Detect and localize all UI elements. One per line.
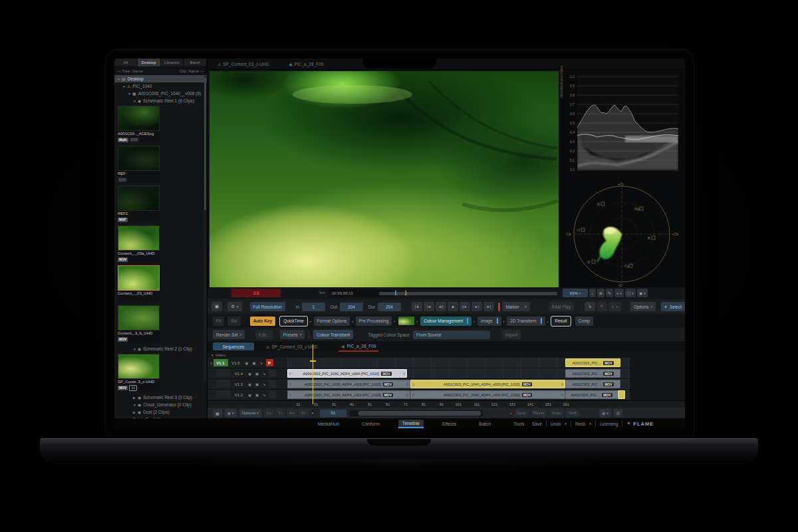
import-button[interactable]: Import	[502, 330, 521, 339]
render-sel-button[interactable]: Render Sel ▾	[213, 330, 245, 339]
timeline-gear-button[interactable]: ⚙ ▾	[599, 409, 611, 417]
tagged-colour-space-field[interactable]: From Source	[413, 331, 490, 339]
video-viewport[interactable]	[209, 71, 559, 287]
comp-view-button[interactable]: Comp	[575, 317, 593, 326]
module-tab[interactable]: Batch	[475, 420, 495, 428]
transport-button[interactable]: ◄||	[436, 302, 446, 311]
module-tab[interactable]: Conform	[358, 420, 384, 428]
module-tab[interactable]: Tools	[509, 420, 528, 428]
pre-processing-button[interactable]: Pre-Processing	[356, 317, 392, 326]
module-tab[interactable]: Effects	[438, 420, 460, 428]
mask-overlay-button[interactable]: ◉ ▾	[637, 289, 648, 297]
media-panel-tab[interactable]: Batch	[184, 59, 207, 66]
add-track-button[interactable]: V+	[264, 409, 275, 417]
scrollbar-thumb[interactable]	[204, 77, 206, 210]
viewer-scrubber[interactable]: [ ]	[379, 292, 557, 295]
timeline-clip[interactable]: 0 A001C003_PIC_1040_ADF4_v002 [PIC_1020]…	[410, 390, 565, 399]
module-tab[interactable]: MediaHub	[314, 420, 343, 428]
expand-arrow-icon[interactable]: ▼	[122, 84, 127, 88]
crosshair-overlay-button[interactable]: + ▾	[614, 289, 624, 297]
transport-button[interactable]: [◄	[412, 302, 422, 311]
clip-thumbnail-image[interactable]	[118, 305, 160, 331]
sel-button[interactable]: Sel	[227, 317, 240, 326]
clip-thumbnail-item[interactable]: REF2 MXF	[118, 186, 160, 223]
primary-track-badge[interactable]: P	[266, 359, 273, 366]
timeline-clip[interactable]: A001C003_PIC… MOV	[565, 358, 620, 367]
timeline-options-button[interactable]: Options ▾	[239, 409, 261, 417]
timeline-clip[interactable]: 0 A001C003_PIC_1030_ADF4_v002 [PIC_1010]…	[287, 390, 410, 399]
pan-view-button[interactable]: ⊕	[597, 289, 604, 297]
eye-icon[interactable]: ◉	[247, 382, 253, 386]
track-lane[interactable]: A001C003_PIC… MOV	[287, 358, 685, 368]
media-panel-tab[interactable]: All	[114, 59, 138, 66]
expand-arrow-icon[interactable]: ▼	[133, 403, 138, 407]
home-view-button[interactable]: ⌂	[589, 289, 596, 297]
timeline-clip[interactable]	[618, 390, 625, 399]
presets-button[interactable]: Presets ▾	[280, 330, 305, 339]
lock-icon[interactable]: ▣	[254, 393, 260, 397]
options-button[interactable]: Options ▾	[630, 302, 656, 311]
focus-version-slot[interactable]	[216, 391, 231, 398]
clip-sort-label[interactable]: Clip: Name —	[180, 69, 204, 73]
track-lane[interactable]: 0 A001C003_PIC_1030_ADF4_v002 [PIC_1010]…	[287, 390, 685, 400]
focus-version-slot[interactable]	[216, 370, 231, 377]
viewer-tab[interactable]: ◉ PIC_a_28_F09	[289, 62, 323, 66]
clip-thumbnail-item[interactable]: SP_Conte..3_c-UHD MOV 13	[118, 354, 160, 391]
module-tab[interactable]: Timeline	[398, 420, 424, 428]
timeline-ruler[interactable]: 112131415161718191101111121131141151161	[207, 400, 685, 408]
tree-item[interactable]: ▼ ▤ Desktop	[114, 75, 207, 82]
add-track-button[interactable]: A+	[287, 409, 297, 417]
follow-icon[interactable]: ↳	[259, 361, 265, 365]
colour-management-button[interactable]: Colour Management	[420, 317, 471, 326]
focus-version-badge[interactable]: V1.1	[213, 359, 228, 366]
timeline-settings-button[interactable]: ⚙ ▾	[225, 409, 237, 417]
track-lane[interactable]: 0 A001C003_PIC_1030_ADF4_v004 [PIC_1010]…	[287, 368, 685, 378]
flag-button[interactable]: ⚑	[597, 302, 607, 311]
select-tool-button[interactable]: ► Select	[661, 302, 685, 311]
timeline-clip[interactable]: 0 A001C003_PIC_1030_ADF4_v003 [PIC_1010]…	[287, 380, 410, 388]
track-header[interactable]: V1.4 ◉ ▣ ↳	[207, 368, 287, 378]
marker-button[interactable]: Marker ▾	[503, 302, 530, 311]
chevron-down-icon[interactable]: ▾	[565, 422, 567, 426]
colour-transform-button[interactable]: Colour Transform	[313, 330, 353, 339]
track-header[interactable]: V1.3 ◉ ▣ ↳	[207, 379, 287, 389]
scrollbar-thumb[interactable]	[358, 411, 481, 416]
track-lane[interactable]: 0 A001C003_PIC_1030_ADF4_v003 [PIC_1010]…	[287, 379, 685, 389]
clip-thumbnail-image[interactable]	[118, 146, 160, 171]
lock-icon[interactable]: ▣	[254, 382, 260, 386]
expand-arrow-icon[interactable]: ▼	[117, 77, 122, 81]
edit-mode-toggle[interactable]: Snap	[549, 409, 564, 417]
edit-mode-toggle[interactable]: Shift	[566, 409, 579, 417]
in-point-field[interactable]: 1	[302, 303, 325, 311]
out-point-field[interactable]: 204	[340, 303, 363, 311]
clip-thumbnail-item[interactable]: Content_._03a_UHD MOV	[118, 225, 160, 263]
expand-arrow-icon[interactable]: ▶	[133, 396, 138, 400]
primary-track-slot[interactable]	[269, 370, 276, 377]
tree-item[interactable]: ▼ ▦ A001C005_PIC_1040__v008 (5)	[114, 90, 207, 97]
expand-arrow-icon[interactable]: ▼	[128, 92, 132, 96]
timeline-clip[interactable]: 0 A001C003_PIC_1030_ADF4_v004 [PIC_1010]…	[287, 369, 407, 378]
tree-item[interactable]: ▶ ◉ Schematic Reel 3 (0 Clip)	[114, 394, 207, 401]
tree-item[interactable]: ▶ ◉ Dust (2 Clips)	[114, 408, 207, 416]
track-header[interactable]: V1.2 ◉ ▣ ↳	[207, 390, 287, 400]
timeline-clip[interactable]: 0 A001C003_PIC_1040_ADF4_v003 [PIC_1020]…	[410, 380, 565, 388]
zoom-level-button[interactable]: 63% ▾	[563, 289, 588, 297]
clip-thumbnail-image[interactable]	[118, 354, 160, 379]
licensing-button[interactable]: Licensing	[600, 422, 618, 426]
add-track-button[interactable]: T+	[275, 409, 285, 417]
edit-mode-toggle[interactable]: Ripple	[531, 409, 547, 417]
viewer-tab[interactable]: ⚠ SP_Content_03_c-UHD	[217, 62, 269, 66]
tree-item[interactable]: ▼ ◉ Cloud_Generator (0 Clip)	[114, 401, 207, 408]
result-view-button[interactable]: Result	[551, 316, 571, 327]
follow-playhead-button[interactable]: ↳	[585, 302, 595, 311]
sequences-button[interactable]: Sequences	[213, 342, 254, 350]
media-panel-scrollbar[interactable]	[204, 76, 206, 382]
tree-sort-label[interactable]: — Tree: Name	[117, 69, 143, 73]
clip-thumbnail-item[interactable]: A001C00.._ACEScg Multi EXR	[118, 106, 160, 143]
redo-button[interactable]: Redo	[575, 422, 586, 426]
resolution-button[interactable]: Full Resolution	[250, 302, 285, 311]
format-options-button[interactable]: Format Options	[314, 317, 350, 326]
collapse-arrow-icon[interactable]: ▾	[210, 361, 212, 365]
follow-icon[interactable]: ↳	[261, 393, 267, 397]
track-view-button[interactable]: ▦	[213, 409, 222, 417]
